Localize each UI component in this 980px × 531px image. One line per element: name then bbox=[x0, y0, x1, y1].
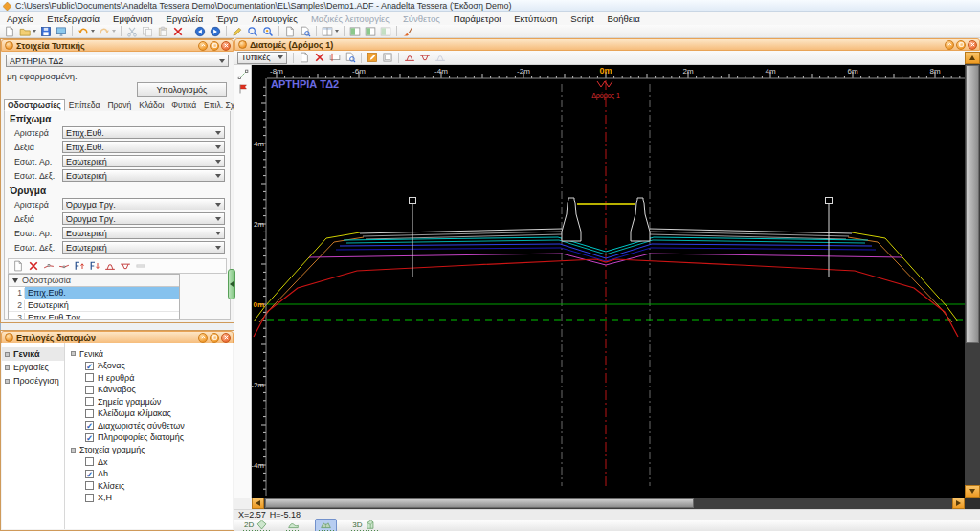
open-file-button[interactable] bbox=[18, 25, 37, 37]
checkbox[interactable] bbox=[85, 373, 94, 382]
layer-row[interactable]: 2Εσωτερική bbox=[9, 299, 179, 312]
draw-right-slope-button[interactable] bbox=[57, 260, 71, 273]
menu-item-1[interactable]: Αρχείο bbox=[0, 13, 40, 24]
field-select-1-0[interactable]: Όρυγμα Τργ. bbox=[62, 198, 225, 210]
scroll-up-button[interactable] bbox=[965, 52, 980, 64]
plan-2d-button[interactable]: 2D bbox=[240, 520, 272, 531]
cross-sections-button[interactable] bbox=[315, 519, 337, 531]
marker-pen-button[interactable] bbox=[401, 25, 414, 37]
checkbox[interactable] bbox=[85, 397, 94, 406]
delete-layer-button[interactable] bbox=[27, 260, 40, 273]
checkbox[interactable] bbox=[85, 409, 94, 418]
tab-5[interactable]: Φυτικά bbox=[167, 99, 200, 111]
save-screen-button[interactable] bbox=[55, 25, 68, 37]
field-select-0-3[interactable]: Εσωτερική bbox=[62, 169, 225, 182]
menu-item-7[interactable]: Μαζικές λειτουργίες bbox=[304, 13, 396, 24]
field-select-1-2[interactable]: Εσωτερική bbox=[62, 227, 225, 239]
rename-section-button[interactable] bbox=[328, 52, 342, 64]
checkbox[interactable]: ✓ bbox=[85, 433, 94, 442]
page-preview-button[interactable] bbox=[283, 25, 297, 37]
window-green-2-button[interactable] bbox=[364, 25, 377, 37]
template-cut-button[interactable] bbox=[418, 52, 432, 64]
insert-below-button[interactable] bbox=[88, 260, 101, 273]
vertical-scroll-thumb[interactable] bbox=[966, 65, 979, 343]
checkbox[interactable] bbox=[85, 386, 94, 394]
layer-row[interactable]: 3Επιχ.Ευθ.Τργ. bbox=[9, 312, 179, 320]
vertical-scrollbar[interactable] bbox=[965, 52, 980, 498]
menu-item-4[interactable]: Εργαλεία bbox=[160, 13, 211, 24]
new-file-button[interactable] bbox=[3, 25, 16, 37]
window-split-button[interactable] bbox=[321, 25, 340, 37]
section-canvas[interactable]: ΑΡΤΗΡΙΑ ΤΔ2 Δρόμος 1 -8m-6m-4m-2m0m2m4m6… bbox=[252, 65, 965, 498]
add-layer-button[interactable] bbox=[11, 260, 25, 273]
dock-button[interactable] bbox=[210, 333, 219, 343]
checkbox[interactable]: ✓ bbox=[85, 362, 94, 370]
layer-row[interactable]: 1Επιχ.Ευθ. bbox=[9, 287, 179, 299]
menu-item-3[interactable]: Εμφάνιση bbox=[106, 13, 159, 24]
horizontal-scrollbar[interactable] bbox=[252, 498, 965, 509]
tab-4[interactable]: Κλάδοι bbox=[135, 99, 167, 111]
collapse-button[interactable] bbox=[945, 40, 954, 50]
preview-section-button[interactable] bbox=[344, 52, 357, 64]
collapse-button[interactable] bbox=[198, 41, 208, 51]
checkbox[interactable] bbox=[85, 481, 94, 490]
window-green-1-button[interactable] bbox=[348, 25, 362, 37]
menu-item-2[interactable]: Επεξεργασία bbox=[40, 13, 106, 24]
zoom-region-button[interactable] bbox=[261, 25, 275, 37]
pencil-tool-button[interactable] bbox=[236, 68, 250, 80]
close-button[interactable] bbox=[221, 333, 231, 343]
edit-section-button[interactable] bbox=[366, 52, 379, 64]
dropdown-caret-icon[interactable] bbox=[33, 30, 36, 33]
menu-item-6[interactable]: Λειτουργίες bbox=[245, 13, 304, 24]
scroll-left-button[interactable] bbox=[252, 498, 264, 509]
checkbox[interactable]: ✓ bbox=[85, 421, 94, 430]
insert-above-button[interactable] bbox=[73, 260, 86, 273]
page-zoom-button[interactable] bbox=[299, 25, 312, 37]
checkbox[interactable] bbox=[85, 457, 94, 466]
field-select-0-0[interactable]: Επιχ.Ευθ. bbox=[62, 126, 225, 139]
dropdown-caret-icon[interactable] bbox=[91, 30, 95, 33]
scroll-down-button[interactable] bbox=[965, 485, 980, 498]
delete-section-button[interactable] bbox=[313, 52, 326, 64]
nav-back-button[interactable] bbox=[193, 25, 207, 37]
locked-button[interactable] bbox=[134, 260, 147, 273]
draw-pencil-button[interactable] bbox=[231, 25, 244, 37]
options-nav-3[interactable]: Προσέγγιση bbox=[2, 374, 64, 387]
edge-right-button[interactable] bbox=[119, 260, 132, 273]
field-select-0-2[interactable]: Εσωτερική bbox=[62, 155, 225, 167]
panel-collapse-handle[interactable] bbox=[228, 269, 235, 299]
section-frame-button[interactable] bbox=[381, 52, 394, 64]
menu-item-10[interactable]: Εκτύπωση bbox=[507, 13, 564, 24]
undo-button[interactable] bbox=[77, 25, 96, 37]
close-button[interactable] bbox=[221, 41, 231, 51]
paste-button[interactable] bbox=[156, 25, 169, 37]
dock-button[interactable] bbox=[210, 41, 219, 51]
menu-item-8[interactable]: Σύνθετος bbox=[396, 13, 447, 24]
copy-button[interactable] bbox=[141, 25, 154, 37]
dropdown-caret-icon[interactable] bbox=[112, 30, 116, 33]
save-file-button[interactable] bbox=[39, 25, 53, 37]
close-button[interactable] bbox=[968, 40, 977, 50]
zoom-button[interactable] bbox=[246, 25, 259, 37]
layers-table-header[interactable]: Οδοστρωσία bbox=[9, 275, 179, 287]
options-nav-1[interactable]: Γενικά bbox=[2, 347, 64, 361]
typical-select[interactable]: ΑΡΤΗΡΙΑ ΤΔ2 bbox=[6, 55, 229, 67]
model-3d-button[interactable]: 3D bbox=[348, 520, 380, 531]
template-locked-button[interactable] bbox=[434, 52, 447, 64]
profile-button[interactable] bbox=[283, 520, 303, 531]
window-green-3-button[interactable] bbox=[379, 25, 392, 37]
scroll-right-button[interactable] bbox=[952, 498, 965, 509]
tab-1[interactable]: Οδοστρωσίες bbox=[4, 99, 65, 111]
nav-forward-button[interactable] bbox=[209, 25, 222, 37]
dropdown-caret-icon[interactable] bbox=[335, 30, 339, 33]
collapse-button[interactable] bbox=[198, 333, 208, 343]
draw-left-slope-button[interactable] bbox=[42, 260, 56, 273]
tab-3[interactable]: Πρανή bbox=[103, 99, 135, 111]
dock-button[interactable] bbox=[956, 40, 966, 50]
new-section-button[interactable] bbox=[298, 52, 311, 64]
field-select-0-1[interactable]: Επιχ.Ευθ. bbox=[62, 141, 225, 153]
tab-2[interactable]: Επίπεδα bbox=[65, 99, 104, 111]
cut-button[interactable] bbox=[125, 25, 139, 37]
menu-item-5[interactable]: Έργο bbox=[210, 13, 245, 24]
template-fill-button[interactable] bbox=[403, 52, 416, 64]
